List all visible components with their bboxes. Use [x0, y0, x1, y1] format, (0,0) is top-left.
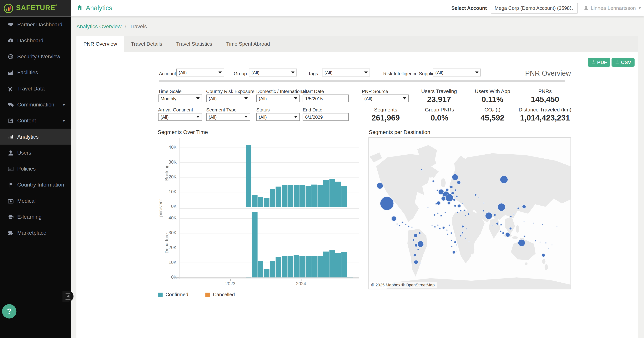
filters-scrollbar[interactable]	[159, 80, 565, 82]
sidebar-item-content[interactable]: Content▼	[0, 113, 70, 129]
filter-value: (All)	[435, 70, 444, 75]
segments-per-destination-map[interactable]: © 2025 Mapbox © OpenStreetMap	[368, 137, 571, 289]
x-tick-label: 2024	[296, 281, 306, 286]
legend-swatch	[158, 292, 162, 297]
map-point	[431, 225, 433, 227]
breadcrumb-current: Travels	[130, 24, 147, 30]
sidebar-item-policies[interactable]: Policies	[0, 161, 70, 177]
map-point	[421, 169, 423, 171]
filter-label-group: Group	[234, 71, 247, 76]
bar-mark	[335, 182, 341, 207]
help-button[interactable]: ?	[2, 304, 16, 318]
gridline	[179, 177, 359, 178]
sidebar-item-medical[interactable]: Medical	[0, 193, 70, 209]
map-point	[417, 248, 419, 250]
map-point	[548, 248, 549, 249]
bar-mark	[270, 189, 276, 207]
breadcrumb-link-analytics-overview[interactable]: Analytics Overview	[76, 24, 122, 30]
user-menu[interactable]: Linnea Lennartsson ▼	[584, 5, 642, 12]
select-account-label: Select Account	[452, 6, 487, 11]
page-title: Analytics	[76, 0, 112, 16]
sidebar-item-security-overview[interactable]: Security Overview	[0, 49, 70, 65]
filter-select-segment-type[interactable]: (All)	[206, 113, 250, 121]
sidebar-item-e-learning[interactable]: E-learning	[0, 209, 70, 225]
bar-mark	[329, 250, 335, 277]
filter-label-pnr-source: PNR Source	[362, 89, 388, 94]
sheet-title: PNR Overview	[525, 70, 571, 78]
map-point	[437, 189, 439, 192]
map-point	[444, 212, 446, 213]
bar-mark	[258, 197, 264, 207]
y-tick-label: 10K	[158, 189, 176, 194]
sidebar-item-label: Marketplace	[17, 230, 46, 236]
filter-input-end-date[interactable]: 6/1/2029	[303, 113, 349, 121]
map-point	[510, 216, 512, 218]
filter-select-tags[interactable]: (All)	[322, 69, 370, 77]
stat-co-t: CO₂ (t)45,592	[480, 107, 504, 122]
gridline	[179, 207, 359, 207]
map-point	[452, 174, 458, 181]
marketplace-icon	[7, 229, 14, 236]
map-point	[461, 231, 464, 234]
sidebar-item-partner-dashboard[interactable]: Partner Dashboard	[0, 16, 70, 32]
tab-travel-details[interactable]: Travel Details	[124, 36, 169, 52]
filter-select-country-risk-exposure[interactable]: (All)	[206, 95, 250, 102]
select-caret-icon	[294, 116, 298, 118]
filter-select-domestic-international[interactable]: (All)	[256, 95, 300, 102]
map-point	[427, 207, 429, 208]
bar-mark	[246, 145, 252, 207]
filter-select-status[interactable]: (All)	[256, 113, 300, 121]
stat-value: 145,450	[531, 95, 559, 104]
select-caret-icon	[291, 72, 294, 74]
sidebar-item-analytics[interactable]: Analytics	[0, 129, 70, 145]
account-select[interactable]: Mega Corp (Demo Account) (3598591) ⌄	[491, 3, 578, 14]
sidebar-item-marketplace[interactable]: Marketplace	[0, 225, 70, 241]
filter-input-start-date[interactable]: 1/5/2015	[303, 95, 349, 102]
filter-value: (All)	[364, 96, 372, 101]
map-point	[454, 189, 457, 192]
map-point	[534, 240, 536, 242]
app-root: SAFETURE® Analytics Select Account Mega …	[0, 0, 644, 338]
filter-value: (All)	[252, 70, 260, 75]
medical-icon	[7, 197, 14, 204]
map-point	[433, 214, 436, 216]
sidebar-item-travel-data[interactable]: Travel Data	[0, 81, 70, 96]
export-pdf-button[interactable]: PDF	[588, 58, 610, 67]
filter-select-risk-intelligence-supplier[interactable]: (All)	[433, 69, 481, 77]
sidebar-collapse-button[interactable]	[62, 291, 74, 302]
sidebar-item-facilities[interactable]: Facilities	[0, 65, 70, 81]
sidebar-item-users[interactable]: Users	[0, 145, 70, 161]
tab-pnr-overview[interactable]: PNR Overview	[76, 36, 124, 52]
logo-text: SAFETURE®	[16, 4, 57, 12]
map-point	[533, 222, 534, 224]
chart-panel-booking	[179, 138, 359, 207]
filter-select-pnr-source[interactable]: (All)	[362, 95, 408, 102]
filter-select-account[interactable]: (All)	[176, 69, 224, 77]
map-point	[418, 232, 421, 234]
bar-mark	[341, 186, 347, 207]
map-point	[462, 225, 464, 228]
filter-select-arrival-continent[interactable]: (All)	[158, 113, 202, 121]
map-point	[523, 235, 525, 237]
bar-mark	[282, 256, 288, 277]
sidebar-item-country-information[interactable]: Country Information	[0, 177, 70, 193]
tab-time-spent-abroad[interactable]: Time Spent Abroad	[219, 36, 277, 52]
legend-item-cancelled: Cancelled	[206, 292, 235, 297]
stat-value: 23,917	[421, 95, 457, 104]
gridline	[179, 162, 359, 163]
filter-select-time-scale[interactable]: Monthly	[158, 95, 202, 102]
export-csv-button[interactable]: CSV	[612, 58, 634, 67]
stat-group-pnrs: Group PNRs0.0%	[425, 107, 454, 122]
logo[interactable]: SAFETURE®	[0, 0, 70, 16]
map-point	[402, 221, 404, 223]
map-point	[513, 213, 514, 215]
sidebar-item-communication[interactable]: Communication▼	[0, 97, 70, 113]
filter-select-group[interactable]: (All)	[249, 69, 297, 77]
tab-travel-statistics[interactable]: Travel Statistics	[169, 36, 219, 52]
sidebar-item-dashboard[interactable]: Dashboard	[0, 33, 70, 49]
filter-value: (All)	[179, 70, 187, 75]
axis-extension	[173, 277, 179, 278]
stat-value: 1,014,423,231	[518, 113, 571, 122]
facilities-icon	[7, 69, 14, 76]
stat-users-with-app: Users With App0.11%	[475, 88, 510, 104]
